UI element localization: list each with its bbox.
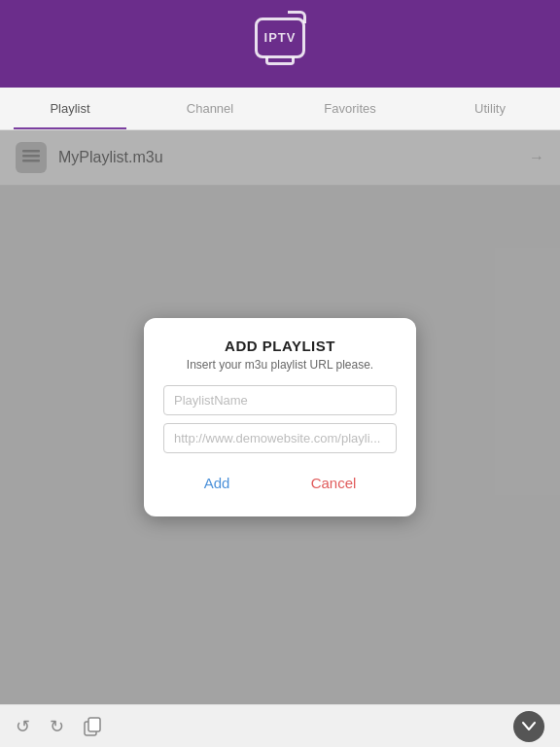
tab-playlist[interactable]: Playlist <box>0 88 140 129</box>
modal-cancel-button[interactable]: Cancel <box>284 469 384 497</box>
logo-tv-legs <box>265 57 295 65</box>
app-logo: IPTV <box>251 18 309 71</box>
modal-subtitle: Insert your m3u playlist URL please. <box>163 358 397 372</box>
logo-text: IPTV <box>264 30 297 45</box>
bottom-toolbar: ↺ ↻ <box>0 704 560 747</box>
copy-icon[interactable] <box>84 717 103 736</box>
undo-icon[interactable]: ↺ <box>16 716 30 737</box>
redo-icon[interactable]: ↻ <box>50 716 64 737</box>
modal-overlay: ADD PLAYLIST Insert your m3u playlist UR… <box>0 130 560 704</box>
tab-utility[interactable]: Utility <box>420 88 560 129</box>
tab-favorites[interactable]: Favorites <box>280 88 420 129</box>
toolbar-left-group: ↺ ↻ <box>16 716 103 737</box>
modal-title: ADD PLAYLIST <box>163 338 397 354</box>
modal-button-group: Add Cancel <box>163 469 397 497</box>
app-header: IPTV <box>0 0 560 88</box>
logo-tv-body: IPTV <box>255 18 305 58</box>
tab-channel[interactable]: Channel <box>140 88 280 129</box>
chevron-down-button[interactable] <box>513 711 544 742</box>
modal-add-button[interactable]: Add <box>177 469 258 497</box>
playlist-url-input[interactable] <box>163 423 397 453</box>
svg-rect-4 <box>88 718 100 731</box>
content-area: MyPlaylist.m3u → ADD PLAYLIST Insert you… <box>0 130 560 704</box>
toolbar-right-group <box>513 711 544 742</box>
playlist-name-input[interactable] <box>163 385 397 415</box>
add-playlist-modal: ADD PLAYLIST Insert your m3u playlist UR… <box>144 318 416 516</box>
tab-bar: Playlist Channel Favorites Utility <box>0 88 560 130</box>
